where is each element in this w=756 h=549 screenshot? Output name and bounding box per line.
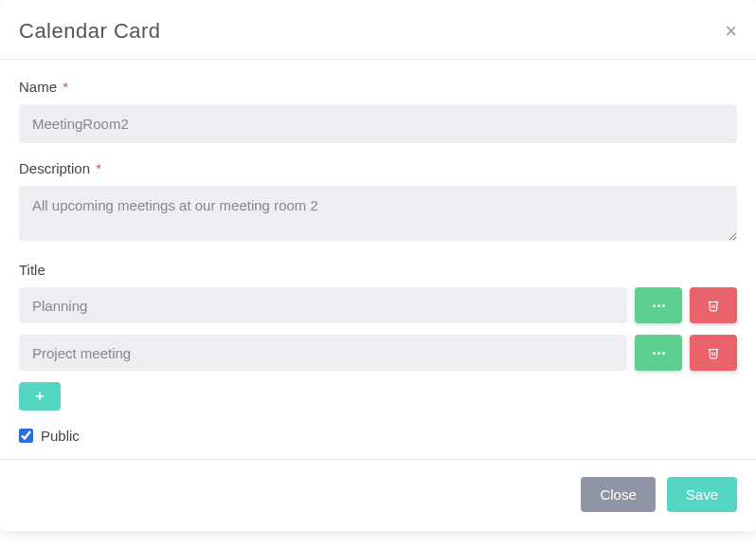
plus-icon: + <box>35 388 44 405</box>
modal-footer: Close Save <box>0 459 756 531</box>
delete-title-button-1[interactable] <box>690 335 737 371</box>
name-label-text: Name <box>19 79 57 95</box>
ellipsis-icon <box>653 352 665 355</box>
description-group: Description * All upcoming meetings at o… <box>19 160 737 245</box>
close-button[interactable]: Close <box>581 477 655 512</box>
edit-title-button-0[interactable] <box>635 287 682 323</box>
required-indicator: * <box>96 160 101 176</box>
modal-header: Calendar Card × <box>0 0 756 60</box>
save-button[interactable]: Save <box>667 477 737 512</box>
public-checkbox[interactable] <box>19 429 33 443</box>
delete-title-button-0[interactable] <box>690 287 737 323</box>
public-row: Public <box>19 428 737 444</box>
title-group: Title <box>19 262 737 411</box>
required-indicator: * <box>63 79 68 95</box>
ellipsis-icon <box>653 304 665 307</box>
calendar-card-modal: Calendar Card × Name * Description * All… <box>0 0 756 531</box>
title-input-1[interactable] <box>19 335 627 371</box>
name-label: Name * <box>19 79 737 95</box>
trash-icon <box>707 346 720 359</box>
edit-title-button-1[interactable] <box>635 335 682 371</box>
description-label-text: Description <box>19 160 90 176</box>
add-title-button[interactable]: + <box>19 382 61 411</box>
title-label: Title <box>19 262 737 278</box>
title-row <box>19 335 737 371</box>
name-input[interactable] <box>19 104 737 143</box>
modal-body: Name * Description * All upcoming meetin… <box>0 60 756 459</box>
description-label: Description * <box>19 160 737 176</box>
trash-icon <box>707 299 720 312</box>
public-label: Public <box>41 428 80 444</box>
description-textarea[interactable]: All upcoming meetings at our meeting roo… <box>19 186 737 241</box>
name-group: Name * <box>19 79 737 143</box>
title-row <box>19 287 737 323</box>
title-input-0[interactable] <box>19 287 627 323</box>
modal-title: Calendar Card <box>19 19 161 44</box>
close-icon[interactable]: × <box>725 21 737 42</box>
